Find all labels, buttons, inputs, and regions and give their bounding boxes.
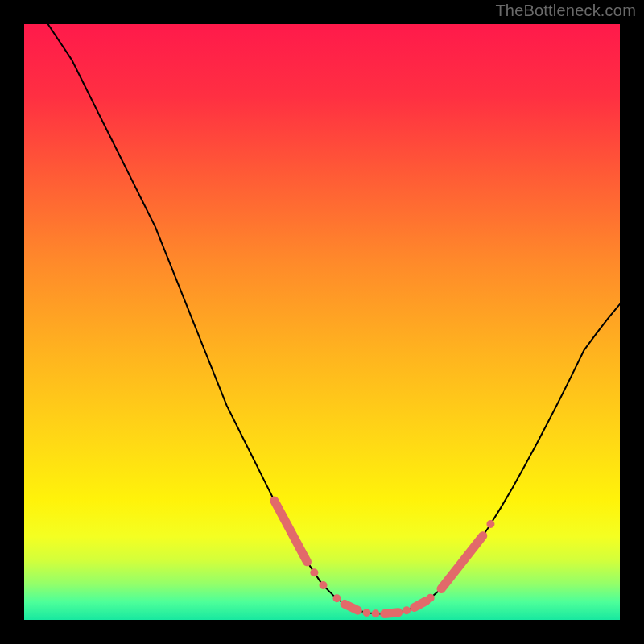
marker-dot: [319, 581, 327, 589]
bottleneck-chart: [24, 24, 620, 620]
frame: TheBottleneck.com: [0, 0, 644, 644]
marker-dot: [427, 594, 435, 602]
gradient-background: [24, 24, 620, 620]
watermark-text: TheBottleneck.com: [495, 2, 636, 20]
marker-dot: [372, 609, 380, 617]
marker-dot: [333, 594, 341, 602]
marker-dot: [310, 568, 318, 576]
marker-capsule: [345, 604, 357, 610]
marker-dot: [402, 606, 411, 614]
marker-dot: [363, 609, 371, 617]
marker-capsule: [415, 601, 427, 607]
marker-capsule: [385, 613, 398, 614]
marker-dot: [486, 520, 494, 528]
